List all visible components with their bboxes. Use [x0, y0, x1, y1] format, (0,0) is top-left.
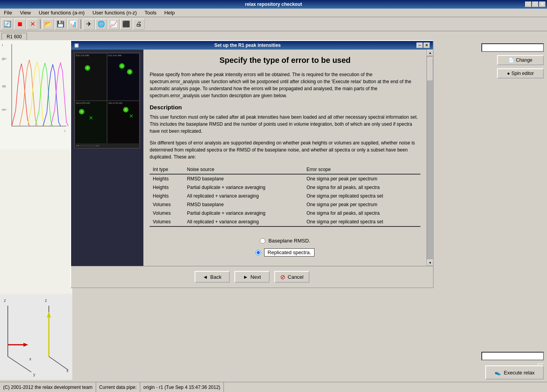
cell-noise-5: Partial duplicate + variance averaging — [184, 209, 304, 217]
dialog-body: 615.1×E-NM 615.3×E-NM VAL137D-HN — [71, 50, 433, 266]
spec-dot-3 — [127, 69, 132, 75]
spin-editor-button[interactable]: ● Spin editor — [497, 68, 544, 78]
table-row: Volumes RMSD baseplane One sigma per pea… — [150, 200, 420, 209]
spec-cross-2: ✕ — [129, 113, 134, 119]
svg-text:αβ|: αβ| — [2, 85, 6, 88]
menu-bar: File View User functions (a-m) User func… — [0, 9, 547, 17]
toolbar-bar[interactable]: ⬛ — [120, 19, 132, 30]
status-pipe-value: origin - r1 (Tue Sep 4 15:47:36 2012) — [140, 382, 224, 392]
cell-int-type-5: Volumes — [150, 209, 184, 217]
dialog-title-controls: − ✕ — [417, 43, 430, 48]
table-row: Heights RMSD baseplane One sigma per pea… — [150, 174, 420, 183]
radio-option-baseplane[interactable]: Baseplane RMSD. — [260, 238, 310, 244]
dialog-scrollbar[interactable]: ▲ ▼ — [427, 50, 433, 266]
toolbar-globe[interactable]: 🌐 — [95, 19, 107, 30]
toolbar-close[interactable]: ✕ — [27, 19, 38, 30]
menu-tools[interactable]: Tools — [142, 9, 159, 16]
next-button[interactable]: ► Next — [234, 271, 270, 283]
cell-int-type-4: Volumes — [150, 200, 184, 209]
dialog-footer: ◄ Back ► Next ⊘ Cancel — [71, 266, 433, 287]
app-title: relax repository checkout — [245, 2, 302, 7]
toolbar-new[interactable]: 🔄 — [2, 19, 13, 30]
toolbar-open[interactable]: 📂 — [42, 19, 54, 30]
spec-label-tr: 615.3×E-NM — [108, 54, 122, 57]
spec-dot-1 — [85, 65, 90, 71]
scrollbar-down-button[interactable]: ▼ — [427, 260, 433, 266]
title-bar: relax repository checkout − □ ✕ — [0, 0, 547, 9]
pipe-label-text: Current data pipe: — [99, 385, 137, 390]
toolbar-stop[interactable]: ⏹ — [14, 19, 26, 30]
svg-text:x: x — [29, 357, 31, 361]
menu-user-functions-nz[interactable]: User functions (n-z) — [90, 9, 139, 16]
tab-r1-600[interactable]: R1 600 — [2, 33, 27, 40]
dialog-title-text: Set up the R1 peak intensities — [214, 43, 281, 48]
svg-text:t: t — [64, 130, 65, 132]
scrollbar-up-button[interactable]: ▲ — [427, 50, 433, 56]
axes-graph: z y x z x — [0, 294, 72, 380]
spec-cell-bl: VAL137D-HN ✕ TRTSR-NW — [75, 101, 107, 148]
menu-help[interactable]: Help — [162, 9, 177, 16]
cancel-button[interactable]: ⊘ Cancel — [274, 271, 309, 283]
cell-scope-2: One sigma for all peaks, all spectra — [303, 183, 420, 192]
toolbar-sep-2 — [80, 20, 81, 29]
scrollbar-track[interactable] — [427, 56, 433, 260]
right-input-1[interactable] — [481, 43, 544, 52]
dialog-minimize-button[interactable]: − — [417, 43, 423, 48]
description-text-1: This user function must only be called a… — [150, 114, 420, 135]
status-bar: (C) 2001-2012 the relax development team… — [0, 382, 547, 392]
dialog-intro-text: Please specify from where the peak inten… — [150, 71, 420, 99]
dialog-content-scroll: Specify the type of error to be used Ple… — [143, 50, 433, 266]
scrollbar-thumb[interactable] — [427, 57, 433, 81]
svg-text:x: x — [66, 369, 68, 373]
toolbar-save[interactable]: 💾 — [55, 19, 66, 30]
menu-view[interactable]: View — [18, 9, 33, 16]
next-label: Next — [250, 274, 261, 280]
spin-editor-label: Spin editor — [511, 71, 534, 76]
description-text-2: Six different types of error analysis ar… — [150, 139, 420, 160]
svg-text:z: z — [4, 298, 6, 303]
dialog-title-bar: ▣ Set up the R1 peak intensities − ✕ — [71, 41, 433, 50]
spec-dot-4 — [79, 109, 84, 114]
cell-int-type-3: Heights — [150, 192, 184, 200]
toolbar-chart[interactable]: 📈 — [108, 19, 120, 30]
change-button[interactable]: 📄 Change — [497, 55, 544, 65]
menu-file[interactable]: File — [2, 9, 14, 16]
dialog-content[interactable]: Specify the type of error to be used Ple… — [143, 50, 427, 266]
radio-baseplane[interactable] — [260, 238, 265, 244]
main-area: I ββ> t αβ| αα> z y x z — [0, 40, 547, 380]
toolbar-print[interactable]: 🖨 — [133, 19, 145, 30]
cell-noise-3: All replicated + variance averaging — [184, 192, 304, 200]
maximize-button[interactable]: □ — [532, 2, 538, 7]
cell-scope-4: One sigma per peak per spectrum — [303, 200, 420, 209]
dialog-close-button[interactable]: ✕ — [424, 43, 430, 48]
spec-cross-1: ✕ — [89, 115, 93, 121]
pipe-value-text: origin - r1 (Tue Sep 4 15:47:36 2012) — [143, 385, 220, 390]
cell-noise-4: RMSD baseplane — [184, 200, 304, 209]
cell-noise-2: Partial duplicate + variance averaging — [184, 183, 304, 192]
execute-icon: 👟 — [495, 370, 501, 376]
spectrum-grid: 615.1×E-NM 615.3×E-NM VAL137D-HN — [75, 53, 139, 148]
col-header-error-scope: Error scope — [303, 165, 420, 174]
menu-user-functions-am[interactable]: User functions (a-m) — [36, 9, 87, 16]
title-controls: − □ ✕ — [525, 2, 545, 7]
col-header-noise-source: Noise source — [184, 165, 304, 174]
toolbar-run[interactable]: ✈ — [83, 19, 95, 30]
close-button[interactable]: ✕ — [539, 2, 545, 7]
back-button[interactable]: ◄ Back — [195, 271, 230, 283]
description-heading: Description — [150, 104, 420, 110]
radio-replicated[interactable] — [256, 250, 261, 255]
dialog: ▣ Set up the R1 peak intensities − ✕ 615… — [70, 40, 434, 288]
spin-editor-icon: ● — [507, 71, 510, 76]
spectrum-graph: I ββ> t αβ| αα> — [0, 40, 72, 150]
dialog-title-icon: ▣ — [74, 43, 79, 48]
radio-option-replicated[interactable]: Replicated spectra. — [256, 248, 315, 257]
minimize-button[interactable]: − — [525, 2, 531, 7]
toolbar-export[interactable]: 📊 — [67, 19, 79, 30]
execute-relax-button[interactable]: 👟 Execute relax — [485, 365, 544, 380]
right-input-2[interactable] — [481, 352, 544, 360]
change-icon: 📄 — [508, 57, 514, 63]
svg-rect-0 — [0, 40, 72, 150]
cell-scope-3: One sigma per replicated spectra set — [303, 192, 420, 200]
spectrum-image: 615.1×E-NM 615.3×E-NM VAL137D-HN — [74, 53, 140, 148]
cell-int-type-2: Heights — [150, 183, 184, 192]
